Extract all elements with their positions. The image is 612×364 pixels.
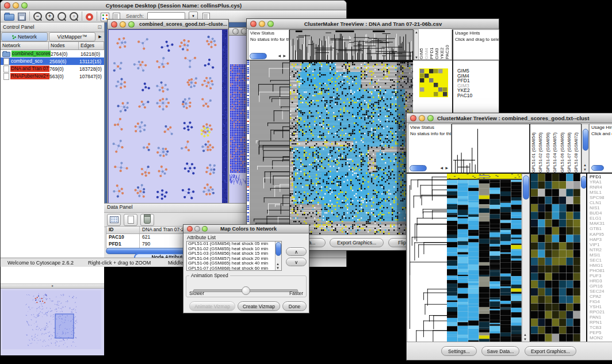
gene-label[interactable]: PEP5 (590, 330, 612, 335)
tv1-heatmap[interactable] (289, 60, 413, 235)
tv2-heatmap-vscrollbar[interactable]: ▲ ▼ (522, 174, 530, 343)
move-down-button[interactable]: ∨ (286, 258, 307, 266)
gene-label[interactable]: SPC98 (590, 195, 612, 200)
network-row[interactable]: RNAPuberNov2+!563(0)107847(0) (1, 72, 104, 80)
tv1-mini-scroll[interactable]: ▲▼ (414, 29, 419, 60)
tv2-zoom-scroll[interactable] (580, 174, 586, 342)
tv2-titlebar[interactable]: ClusterMaker TreeView : combined_scores_… (407, 113, 612, 123)
tab-overflow-arrow[interactable]: ▶ (96, 35, 104, 39)
slider-thumb[interactable] (242, 286, 250, 295)
tv2-top-vscrollbar[interactable]: ▲ ▼ (582, 124, 589, 173)
panel-split-handle[interactable]: ● (1, 284, 104, 289)
zoom-button[interactable] (128, 21, 135, 28)
minimize-button[interactable] (120, 21, 126, 28)
gene-label[interactable]: MAK31 (590, 221, 612, 226)
view-status-scrollbar[interactable]: ◀ ▶ (410, 165, 449, 171)
move-up-button[interactable]: ∧ (286, 247, 307, 256)
gene-label[interactable]: PFD1 (590, 174, 612, 179)
select-attributes-button[interactable] (107, 214, 121, 226)
create-vizmap-button[interactable]: Create Vizmap (238, 301, 280, 311)
tv2-heatmap[interactable] (447, 174, 522, 342)
gene-label[interactable]: TCB3 (590, 325, 612, 330)
gene-label[interactable]: YSH1 (590, 304, 612, 309)
close-button[interactable] (4, 2, 10, 9)
gene-label[interactable]: SEC1 (590, 258, 612, 263)
float-panel-icon[interactable]: ⊡ (97, 24, 102, 30)
export-graphics-button[interactable]: Export Graphics... (330, 238, 384, 247)
close-button[interactable] (410, 115, 416, 121)
birdseye-canvas[interactable] (2, 290, 101, 349)
zoom-fit-icon[interactable]: ▫ (70, 12, 78, 21)
gene-label[interactable]: PAN1 (590, 315, 612, 320)
open-session-icon[interactable] (4, 14, 14, 21)
attribute-list-scrollbar[interactable]: ▲ ▼ (275, 242, 281, 270)
help-icon[interactable] (86, 13, 93, 21)
gene-label[interactable]: YKE2 (457, 88, 499, 93)
close-button[interactable] (111, 21, 117, 28)
new-attribute-button[interactable] (124, 214, 137, 226)
gene-label[interactable]: RPN1 (590, 320, 612, 325)
network-view-titlebar[interactable]: combined_scores_good.txt--cluste... (108, 20, 228, 29)
gene-label[interactable]: BUD4 (590, 210, 612, 216)
gene-label[interactable]: NTR2 (590, 247, 612, 252)
gene-label[interactable]: HRD3 (590, 278, 612, 283)
done-button[interactable]: Done (282, 301, 307, 311)
network-row[interactable]: combined_sco2569(6)13112(15) (1, 58, 104, 65)
view-status-scrollbar[interactable]: ◀ ▶ (250, 53, 286, 59)
gene-label[interactable]: MSL1 (590, 190, 612, 195)
settings-button[interactable]: Settings... (441, 346, 477, 356)
tv1-row-dendrogram[interactable] (250, 60, 289, 235)
gene-label[interactable]: YRA1 (590, 179, 612, 185)
usage-scrollbar[interactable] (591, 165, 604, 171)
minimize-button[interactable] (259, 21, 265, 27)
tv2-zoom-heatmap[interactable] (530, 174, 580, 342)
gene-label[interactable]: PHO81 (590, 268, 612, 273)
save-session-icon[interactable] (18, 13, 26, 21)
tab-vizmapper[interactable]: VizMapper™ (49, 32, 95, 41)
gene-label[interactable]: ELG1 (590, 216, 612, 221)
zoom-in-icon[interactable]: + (45, 12, 54, 21)
save-data-button[interactable]: Save Data... (481, 346, 519, 356)
close-button[interactable] (187, 226, 193, 232)
gene-label[interactable]: PUF3 (590, 273, 612, 278)
dialog-titlebar[interactable]: Map Colors to Network (183, 225, 309, 233)
minimize-button[interactable] (13, 2, 19, 9)
gene-label[interactable]: HMG1 (590, 263, 612, 268)
gene-label[interactable]: RNR4 (590, 185, 612, 190)
zoom-button[interactable] (427, 115, 434, 121)
gene-label[interactable]: MSI1 (590, 252, 612, 258)
close-button[interactable] (232, 28, 239, 35)
tv1-column-dendrogram[interactable] (289, 29, 414, 60)
zoom-button[interactable] (202, 226, 208, 232)
gene-label[interactable]: NIS1 (590, 205, 612, 210)
tv2-column-dendrogram[interactable] (452, 124, 530, 173)
minimize-button[interactable] (419, 115, 425, 121)
gene-label[interactable]: PAC10 (457, 93, 499, 98)
network-canvas[interactable] (109, 30, 227, 208)
zoom-out-icon[interactable]: − (33, 12, 42, 21)
minimize-button[interactable] (194, 226, 200, 232)
main-titlebar[interactable]: Cytoscape Desktop (Session Name: collins… (1, 1, 346, 10)
gene-label[interactable]: PFD1 (457, 78, 499, 83)
export-graphics-button[interactable]: Export Graphics... (525, 346, 576, 356)
tv1-titlebar[interactable]: ClusterMaker TreeView : DNA and Tran 07-… (247, 19, 499, 29)
network-row[interactable]: combined_scores2764(0)16218(0) (1, 50, 104, 58)
zoom-button[interactable] (21, 2, 28, 9)
delete-attribute-button[interactable] (140, 214, 154, 226)
gene-label[interactable]: SEC24 (590, 289, 612, 294)
gene-label[interactable]: GIM5 (457, 68, 499, 74)
zoom-selected-icon[interactable] (58, 12, 66, 21)
tab-network[interactable]: Network (1, 32, 48, 41)
animation-speed-slider[interactable] (193, 289, 298, 292)
attribute-item[interactable]: GPL51-07 (GSM868) heat shock 60 min (188, 266, 281, 271)
zoom-button[interactable] (267, 21, 274, 27)
gene-label[interactable]: MON2 (590, 335, 612, 340)
network-row[interactable]: DNA and Tran 07769(0)183728(0) (1, 65, 104, 72)
gene-label[interactable]: CLN1 (590, 200, 612, 205)
gene-label[interactable]: VIP1 (590, 242, 612, 247)
gene-label[interactable]: GPI16 (590, 283, 612, 289)
gene-label[interactable]: GIM4 (457, 74, 499, 79)
gene-label[interactable]: RPO21 (590, 309, 612, 315)
gene-label[interactable]: CPA2 (590, 294, 612, 299)
gene-label[interactable]: HAP3 (590, 237, 612, 242)
